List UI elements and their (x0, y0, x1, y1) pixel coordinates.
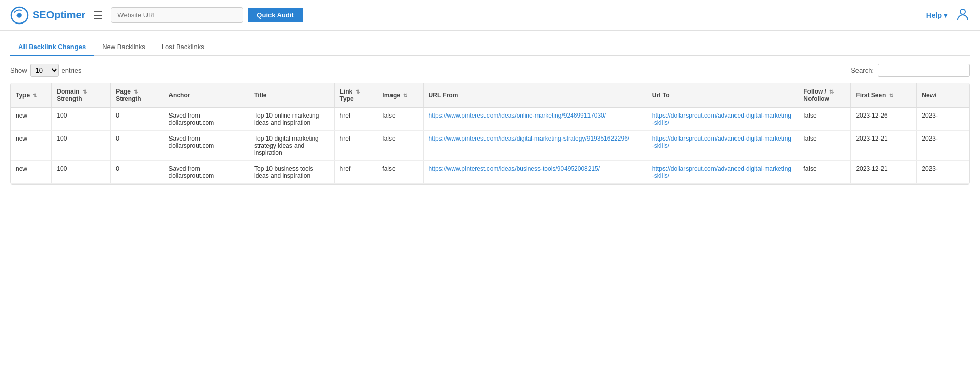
urlto-link[interactable]: https://dollarsprout.com/advanced-digita… (652, 112, 791, 126)
cell-linktype: href (334, 107, 377, 131)
urlfrom-link[interactable]: https://www.pinterest.com/ideas/business… (429, 165, 600, 172)
urlto-link[interactable]: https://dollarsprout.com/advanced-digita… (652, 165, 791, 179)
help-label: Help (926, 11, 942, 19)
sort-icon-linktype: ⇅ (356, 89, 360, 95)
cell-firstseen: 2023-12-26 (851, 107, 917, 131)
website-url-input[interactable] (111, 7, 243, 23)
cell-page: 0 (111, 107, 163, 131)
table-row: new 100 0 Saved from dollarsprout.com To… (11, 131, 969, 161)
tab-all-backlink-changes[interactable]: All Backlink Changes (10, 39, 94, 56)
controls-row: Show 10 25 50 100 entries Search: (10, 64, 970, 77)
cell-title: Top 10 business tools ideas and inspirat… (249, 161, 335, 184)
cell-type: new (11, 107, 52, 131)
backlinks-table-wrapper: Type ⇅ Domain ⇅Strength Page ⇅Strength A… (10, 83, 970, 185)
quick-audit-button[interactable]: Quick Audit (248, 8, 303, 22)
sort-icon-domain: ⇅ (83, 89, 87, 95)
table-header-row: Type ⇅ Domain ⇅Strength Page ⇅Strength A… (11, 83, 969, 107)
cell-new: 2023- (917, 131, 969, 161)
tabs-bar: All Backlink Changes New Backlinks Lost … (10, 39, 970, 56)
sort-icon-follow: ⇅ (829, 89, 834, 95)
user-icon-button[interactable] (955, 7, 970, 24)
cell-follow: false (798, 107, 851, 131)
cell-domain: 100 (52, 161, 111, 184)
cell-new: 2023- (917, 161, 969, 184)
col-header-follow[interactable]: Follow / ⇅Nofollow (798, 83, 851, 107)
logo-icon (10, 6, 29, 25)
cell-firstseen: 2023-12-21 (851, 161, 917, 184)
cell-urlfrom[interactable]: https://www.pinterest.com/ideas/digital-… (423, 131, 647, 161)
cell-linktype: href (334, 161, 377, 184)
cell-domain: 100 (52, 131, 111, 161)
cell-domain: 100 (52, 107, 111, 131)
sort-icon-image: ⇅ (403, 93, 407, 98)
cell-page: 0 (111, 131, 163, 161)
col-header-title: Title (249, 83, 335, 107)
col-header-page[interactable]: Page ⇅Strength (111, 83, 163, 107)
table-row: new 100 0 Saved from dollarsprout.com To… (11, 161, 969, 184)
show-entries-control: Show 10 25 50 100 entries (10, 64, 82, 77)
urlto-link[interactable]: https://dollarsprout.com/advanced-digita… (652, 135, 791, 149)
header-right: Help ▾ (926, 7, 970, 24)
cell-page: 0 (111, 161, 163, 184)
col-header-domain[interactable]: Domain ⇅Strength (52, 83, 111, 107)
cell-follow: false (798, 131, 851, 161)
table-body: new 100 0 Saved from dollarsprout.com To… (11, 107, 969, 184)
col-header-urlfrom: URL From (423, 83, 647, 107)
table-row: new 100 0 Saved from dollarsprout.com To… (11, 107, 969, 131)
col-header-type[interactable]: Type ⇅ (11, 83, 52, 107)
entries-label: entries (62, 66, 82, 74)
cell-image: false (377, 107, 423, 131)
cell-type: new (11, 131, 52, 161)
sort-icon-firstseen: ⇅ (889, 93, 893, 98)
cell-anchor: Saved from dollarsprout.com (163, 161, 249, 184)
entries-select[interactable]: 10 25 50 100 (30, 64, 59, 77)
col-header-anchor: Anchor (163, 83, 249, 107)
logo-text: SEOptimer (33, 9, 85, 21)
cell-image: false (377, 161, 423, 184)
cell-urlto[interactable]: https://dollarsprout.com/advanced-digita… (647, 107, 798, 131)
cell-follow: false (798, 161, 851, 184)
tab-new-backlinks[interactable]: New Backlinks (94, 39, 154, 56)
cell-image: false (377, 131, 423, 161)
backlinks-table: Type ⇅ Domain ⇅Strength Page ⇅Strength A… (11, 83, 969, 184)
urlfrom-link[interactable]: https://www.pinterest.com/ideas/digital-… (429, 135, 630, 142)
cell-title: Top 10 digital marketing strategy ideas … (249, 131, 335, 161)
svg-point-1 (17, 13, 21, 17)
search-label: Search: (851, 66, 874, 74)
col-header-image[interactable]: Image ⇅ (377, 83, 423, 107)
col-header-firstseen[interactable]: First Seen ⇅ (851, 83, 917, 107)
cell-new: 2023- (917, 107, 969, 131)
header: SEOptimer ☰ Quick Audit Help ▾ (0, 0, 980, 31)
col-header-linktype[interactable]: Link ⇅Type (334, 83, 377, 107)
svg-point-2 (960, 9, 965, 14)
cell-urlto[interactable]: https://dollarsprout.com/advanced-digita… (647, 161, 798, 184)
cell-urlfrom[interactable]: https://www.pinterest.com/ideas/business… (423, 161, 647, 184)
search-area: Search: (851, 64, 970, 77)
help-button[interactable]: Help ▾ (926, 11, 947, 19)
logo-area: SEOptimer (10, 6, 85, 25)
cell-urlfrom[interactable]: https://www.pinterest.com/ideas/online-m… (423, 107, 647, 131)
search-input[interactable] (878, 64, 970, 77)
urlfrom-link[interactable]: https://www.pinterest.com/ideas/online-m… (429, 112, 606, 119)
cell-anchor: Saved from dollarsprout.com (163, 107, 249, 131)
cell-type: new (11, 161, 52, 184)
show-label: Show (10, 66, 27, 74)
cell-anchor: Saved from dollarsprout.com (163, 131, 249, 161)
main-content: All Backlink Changes New Backlinks Lost … (0, 31, 980, 193)
tab-lost-backlinks[interactable]: Lost Backlinks (154, 39, 212, 56)
cell-firstseen: 2023-12-21 (851, 131, 917, 161)
col-header-new: New/ (917, 83, 969, 107)
col-header-urlto: Url To (647, 83, 798, 107)
cell-urlto[interactable]: https://dollarsprout.com/advanced-digita… (647, 131, 798, 161)
cell-linktype: href (334, 131, 377, 161)
sort-icon-type: ⇅ (33, 93, 37, 98)
hamburger-menu[interactable]: ☰ (93, 9, 103, 21)
help-dropdown-icon: ▾ (944, 11, 947, 19)
sort-icon-page: ⇅ (134, 89, 138, 95)
user-icon (955, 7, 970, 21)
cell-title: Top 10 online marketing ideas and inspir… (249, 107, 335, 131)
